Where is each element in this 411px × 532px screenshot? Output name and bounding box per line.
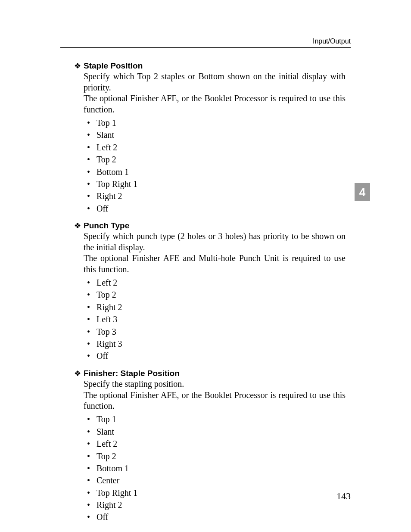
list-item: Slant — [84, 426, 346, 437]
list-item: Off — [84, 351, 346, 361]
list-item: Center — [84, 475, 346, 486]
list-item: Right 3 — [84, 339, 346, 349]
section-title-row: ❖Staple Position — [74, 60, 346, 71]
list-item: Top 2 — [84, 289, 346, 300]
list-item: Left 3 — [84, 314, 346, 325]
section-punch-type: ❖Punch Type Specify which punch type (2 … — [74, 220, 346, 362]
section-body: Specify the stapling position. The optio… — [84, 379, 346, 411]
bullet-list: Top 1 Slant Left 2 Top 2 Bottom 1 Top Ri… — [84, 118, 346, 214]
list-item: Top Right 1 — [84, 488, 346, 498]
paragraph: Specify the stapling position. — [84, 379, 346, 389]
diamond-bullet-icon: ❖ — [74, 221, 84, 231]
list-item: Top Right 1 — [84, 179, 346, 190]
list-item: Top 2 — [84, 154, 346, 165]
page-number: 143 — [336, 491, 351, 502]
chapter-tab: 4 — [355, 183, 370, 201]
running-head: Input/Output — [313, 37, 351, 45]
section-title-row: ❖Finisher: Staple Position — [74, 368, 346, 379]
paragraph: The optional Finisher AFE, or the Bookle… — [84, 93, 346, 115]
section-title: Staple Position — [84, 61, 143, 70]
bullet-list: Top 1 Slant Left 2 Top 2 Bottom 1 Center… — [84, 414, 346, 523]
list-item: Bottom 1 — [84, 463, 346, 474]
list-item: Bottom 1 — [84, 167, 346, 177]
paragraph: Specify which Top 2 staples or Bottom sh… — [84, 71, 346, 93]
diamond-bullet-icon: ❖ — [74, 369, 84, 379]
section-body: Specify which Top 2 staples or Bottom sh… — [84, 71, 346, 115]
list-item: Right 2 — [84, 191, 346, 202]
section-title: Finisher: Staple Position — [84, 369, 180, 378]
section-staple-position: ❖Staple Position Specify which Top 2 sta… — [74, 60, 346, 214]
list-item: Right 2 — [84, 302, 346, 313]
bullet-list: Left 2 Top 2 Right 2 Left 3 Top 3 Right … — [84, 277, 346, 362]
list-item: Slant — [84, 130, 346, 140]
section-title-row: ❖Punch Type — [74, 220, 346, 231]
list-item: Off — [84, 512, 346, 523]
list-item: Top 3 — [84, 327, 346, 337]
list-item: Left 2 — [84, 439, 346, 449]
list-item: Top 2 — [84, 451, 346, 462]
list-item: Top 1 — [84, 118, 346, 128]
list-item: Right 2 — [84, 500, 346, 510]
list-item: Left 2 — [84, 142, 346, 153]
list-item: Off — [84, 203, 346, 214]
paragraph: Specify which punch type (2 holes or 3 h… — [84, 231, 346, 253]
list-item: Left 2 — [84, 277, 346, 288]
section-body: Specify which punch type (2 holes or 3 h… — [84, 231, 346, 275]
content-column: ❖Staple Position Specify which Top 2 sta… — [74, 60, 346, 529]
diamond-bullet-icon: ❖ — [74, 61, 84, 71]
paragraph: The optional Finisher AFE and Multi-hole… — [84, 253, 346, 275]
section-title: Punch Type — [84, 221, 129, 230]
running-rule — [60, 47, 351, 48]
paragraph: The optional Finisher AFE, or the Bookle… — [84, 390, 346, 412]
list-item: Top 1 — [84, 414, 346, 425]
page: Input/Output 4 ❖Staple Position Specify … — [0, 0, 411, 532]
section-finisher-staple-position: ❖Finisher: Staple Position Specify the s… — [74, 368, 346, 523]
